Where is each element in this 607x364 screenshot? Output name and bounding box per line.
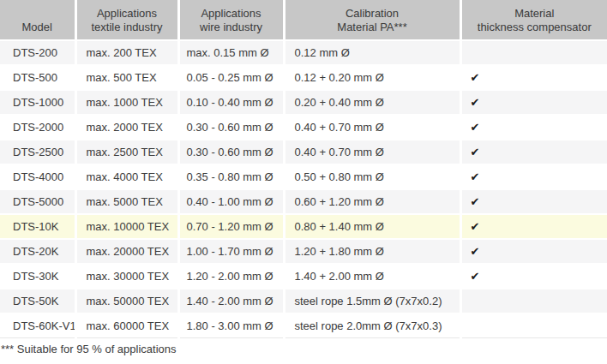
wire-cell: 0.30 - 0.60 mm Ø (178, 115, 284, 140)
col-header-compensator: Material thickness compensator (460, 0, 607, 40)
check-icon: ✔ (471, 96, 480, 109)
col-header-textile: Applications textile industry (75, 0, 178, 40)
footnote: *** Suitable for 95 % of applications (1, 343, 607, 355)
model-cell: DTS-1000 (0, 90, 75, 115)
col-header-calibration-sublabel: Material PA*** (287, 21, 458, 34)
compensator-cell: ✔ (460, 164, 607, 189)
textile-cell: max. 5000 TEX (75, 189, 178, 214)
model-cell: DTS-60K-V1 (0, 313, 75, 338)
calibration-cell: 0.50 + 0.80 mm Ø (284, 164, 460, 189)
calibration-cell: steel rope 1.5mm Ø (7x7x0.2) (284, 289, 460, 313)
textile-cell: max. 500 TEX (75, 65, 178, 90)
model-cell: DTS-4000 (0, 164, 75, 189)
col-header-model: Model (0, 0, 75, 40)
wire-cell: 1.40 - 2.00 mm Ø (178, 289, 284, 313)
check-icon: ✔ (471, 121, 480, 134)
textile-cell: max. 60000 TEX (75, 313, 178, 338)
compensator-cell (460, 40, 607, 65)
calibration-cell: 0.12 mm Ø (284, 40, 460, 65)
textile-cell: max. 2000 TEX (75, 115, 178, 140)
table-row: DTS-2000 max. 2000 TEX 0.30 - 0.60 mm Ø … (0, 115, 607, 140)
header-row: Model Applications textile industry Appl… (0, 0, 607, 40)
table-body: DTS-200 max. 200 TEX max. 0.15 mm Ø 0.12… (0, 40, 607, 338)
table-row: DTS-4000 max. 4000 TEX 0.35 - 0.80 mm Ø … (0, 164, 607, 189)
model-cell: DTS-2000 (0, 115, 75, 140)
table-row: DTS-30K max. 30000 TEX 1.20 - 2.00 mm Ø … (0, 264, 607, 289)
table-row: DTS-5000 max. 5000 TEX 0.40 - 1.00 mm Ø … (0, 189, 607, 214)
textile-cell: max. 1000 TEX (75, 90, 178, 115)
check-icon: ✔ (471, 195, 480, 208)
compensator-cell: ✔ (460, 140, 607, 164)
wire-cell: 0.30 - 0.60 mm Ø (178, 140, 284, 164)
calibration-cell: 1.40 + 2.00 mm Ø (284, 264, 460, 289)
col-header-wire: Applications wire industry (178, 0, 284, 40)
check-icon: ✔ (471, 245, 480, 258)
wire-cell: 1.80 - 3.00 mm Ø (178, 313, 284, 338)
check-icon: ✔ (471, 71, 480, 84)
table-row: DTS-50K max. 50000 TEX 1.40 - 2.00 mm Ø … (0, 289, 607, 313)
compensator-cell: ✔ (460, 90, 607, 115)
check-icon: ✔ (471, 270, 480, 283)
table-row: DTS-1000 max. 1000 TEX 0.10 - 0.40 mm Ø … (0, 90, 607, 115)
wire-cell: 0.10 - 0.40 mm Ø (178, 90, 284, 115)
wire-cell: 0.05 - 0.25 mm Ø (178, 65, 284, 90)
table-row: DTS-500 max. 500 TEX 0.05 - 0.25 mm Ø 0.… (0, 65, 607, 90)
compensator-cell: ✔ (460, 239, 607, 264)
model-cell: DTS-200 (0, 40, 75, 65)
compensator-cell: ✔ (460, 214, 607, 239)
dts-spec-page: Model Applications textile industry Appl… (0, 0, 607, 355)
col-header-compensator-label: Material (464, 7, 606, 21)
col-header-textile-label: Applications (79, 7, 176, 21)
model-cell: DTS-20K (0, 239, 75, 264)
calibration-cell: 0.60 + 1.20 mm Ø (284, 189, 460, 214)
model-cell: DTS-5000 (0, 189, 75, 214)
textile-cell: max. 200 TEX (75, 40, 178, 65)
table-row: DTS-10K max. 10000 TEX 0.70 - 1.20 mm Ø … (0, 214, 607, 239)
compensator-cell: ✔ (460, 65, 607, 90)
col-header-calibration-label: Calibration (287, 7, 458, 21)
model-cell: DTS-2500 (0, 140, 75, 164)
compensator-cell (460, 289, 607, 313)
col-header-compensator-sublabel: thickness compensator (464, 21, 606, 34)
col-header-textile-sublabel: textile industry (79, 21, 176, 34)
calibration-cell: 0.12 + 0.20 mm Ø (284, 65, 460, 90)
calibration-cell: steel rope 2.0mm Ø (7x7x0.3) (284, 313, 460, 338)
table-row: DTS-2500 max. 2500 TEX 0.30 - 0.60 mm Ø … (0, 140, 607, 164)
col-header-wire-label: Applications (182, 7, 281, 21)
textile-cell: max. 4000 TEX (75, 164, 178, 189)
wire-cell: 1.20 - 2.00 mm Ø (178, 264, 284, 289)
model-cell: DTS-30K (0, 264, 75, 289)
model-cell: DTS-10K (0, 214, 75, 239)
wire-cell: max. 0.15 mm Ø (178, 40, 284, 65)
table-row: DTS-60K-V1 max. 60000 TEX 1.80 - 3.00 mm… (0, 313, 607, 338)
calibration-cell: 0.40 + 0.70 mm Ø (284, 140, 460, 164)
model-cell: DTS-500 (0, 65, 75, 90)
textile-cell: max. 2500 TEX (75, 140, 178, 164)
compensator-cell: ✔ (460, 264, 607, 289)
wire-cell: 0.70 - 1.20 mm Ø (178, 214, 284, 239)
dts-spec-table: Model Applications textile industry Appl… (0, 0, 607, 338)
table-row: DTS-20K max. 20000 TEX 1.00 - 1.70 mm Ø … (0, 239, 607, 264)
compensator-cell (460, 313, 607, 338)
col-header-calibration: Calibration Material PA*** (284, 0, 460, 40)
textile-cell: max. 20000 TEX (75, 239, 178, 264)
col-header-wire-sublabel: wire industry (182, 21, 281, 34)
textile-cell: max. 10000 TEX (75, 214, 178, 239)
col-header-model-label: Model (2, 21, 73, 34)
wire-cell: 0.35 - 0.80 mm Ø (178, 164, 284, 189)
calibration-cell: 1.20 + 1.80 mm Ø (284, 239, 460, 264)
compensator-cell: ✔ (460, 115, 607, 140)
calibration-cell: 0.80 + 1.40 mm Ø (284, 214, 460, 239)
textile-cell: max. 30000 TEX (75, 264, 178, 289)
check-icon: ✔ (471, 220, 480, 233)
textile-cell: max. 50000 TEX (75, 289, 178, 313)
table-row: DTS-200 max. 200 TEX max. 0.15 mm Ø 0.12… (0, 40, 607, 65)
compensator-cell: ✔ (460, 189, 607, 214)
wire-cell: 0.40 - 1.00 mm Ø (178, 189, 284, 214)
check-icon: ✔ (471, 170, 480, 183)
calibration-cell: 0.20 + 0.40 mm Ø (284, 90, 460, 115)
calibration-cell: 0.40 + 0.70 mm Ø (284, 115, 460, 140)
model-cell: DTS-50K (0, 289, 75, 313)
check-icon: ✔ (471, 146, 480, 158)
wire-cell: 1.00 - 1.70 mm Ø (178, 239, 284, 264)
